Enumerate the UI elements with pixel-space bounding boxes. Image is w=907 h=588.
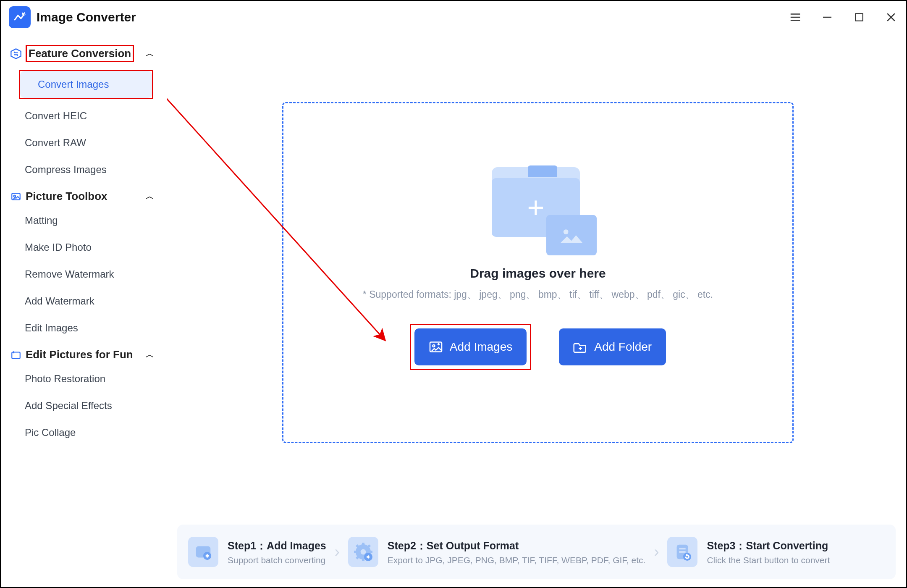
window-controls xyxy=(788,10,898,24)
sidebar-header-label: Feature Conversion xyxy=(29,47,131,60)
main-panel: + Drag images over here * Supported form… xyxy=(167,33,906,587)
folder-plus-icon xyxy=(573,341,587,353)
svg-point-14 xyxy=(433,344,435,346)
chevron-right-icon: › xyxy=(335,543,340,561)
gear-icon xyxy=(348,537,378,567)
app-window: Image Converter xyxy=(0,0,907,588)
sidebar: Feature Conversion ︿ Convert Images Conv… xyxy=(1,33,167,587)
sidebar-item-edit-images[interactable]: Edit Images xyxy=(7,315,163,341)
annotation-box-add-images: Add Images xyxy=(410,324,531,370)
step-2: Step2：Set Output Format Export to JPG, J… xyxy=(348,537,646,567)
sidebar-item-add-watermark[interactable]: Add Watermark xyxy=(7,288,163,315)
sidebar-item-compress-images[interactable]: Compress Images xyxy=(7,156,163,183)
svg-point-10 xyxy=(14,195,16,197)
sidebar-header-picture-toolbox[interactable]: Picture Toolbox ︿ xyxy=(7,186,163,207)
dropzone-title: Drag images over here xyxy=(470,266,606,281)
sidebar-item-photo-restoration[interactable]: Photo Restoration xyxy=(7,365,163,392)
svg-rect-29 xyxy=(679,548,686,549)
minimize-icon[interactable] xyxy=(820,10,834,24)
sidebar-item-label: Convert RAW xyxy=(25,137,86,149)
sidebar-item-label: Edit Images xyxy=(25,322,78,334)
svg-rect-30 xyxy=(679,551,686,553)
step-1: Step1：Add Images Support batch convertin… xyxy=(188,537,326,567)
dropzone-actions: Add Images Add Folder xyxy=(410,324,666,370)
image-plus-icon xyxy=(188,537,218,567)
step-sub: Export to JPG, JPEG, PNG, BMP, TIF, TIFF… xyxy=(388,555,646,565)
maximize-icon[interactable] xyxy=(852,10,866,24)
button-label: Add Folder xyxy=(594,340,652,354)
chevron-up-icon: ︿ xyxy=(146,349,154,360)
dropzone[interactable]: + Drag images over here * Supported form… xyxy=(282,102,794,443)
sidebar-item-label: Photo Restoration xyxy=(25,373,105,385)
sidebar-item-remove-watermark[interactable]: Remove Watermark xyxy=(7,261,163,288)
sidebar-item-convert-raw[interactable]: Convert RAW xyxy=(7,129,163,156)
sidebar-item-convert-images[interactable]: Convert Images xyxy=(20,71,152,98)
step-sub: Support batch converting xyxy=(228,555,326,565)
svg-line-26 xyxy=(357,557,358,559)
add-images-button[interactable]: Add Images xyxy=(414,328,527,365)
step-head: Step2：Set Output Format xyxy=(388,539,646,553)
sidebar-item-label: Convert HEIC xyxy=(25,110,87,122)
steps-footer: Step1：Add Images Support batch convertin… xyxy=(177,525,896,579)
document-refresh-icon xyxy=(667,537,697,567)
swap-icon xyxy=(10,47,22,60)
image-plus-icon xyxy=(429,341,443,353)
svg-marker-8 xyxy=(11,49,21,58)
app-logo-icon xyxy=(9,6,31,28)
dropzone-illustration-icon: + xyxy=(475,163,601,255)
svg-point-31 xyxy=(683,553,691,561)
svg-point-18 xyxy=(360,549,366,555)
svg-line-23 xyxy=(357,545,358,547)
annotation-box-convert-images: Convert Images xyxy=(19,70,153,99)
sidebar-item-label: Compress Images xyxy=(25,164,107,176)
dropzone-subtitle: * Supported formats: jpg、 jpeg、 png、 bmp… xyxy=(363,288,713,301)
svg-line-25 xyxy=(368,545,370,547)
sidebar-header-edit-pictures-for-fun[interactable]: Edit Pictures for Fun ︿ xyxy=(7,344,163,365)
sidebar-group-edit-pictures-for-fun: Edit Pictures for Fun ︿ Photo Restoratio… xyxy=(7,344,163,446)
step-sub: Click the Start button to convert xyxy=(707,555,830,565)
sidebar-group-feature-conversion: Feature Conversion ︿ Convert Images Conv… xyxy=(7,41,163,183)
sidebar-item-convert-heic[interactable]: Convert HEIC xyxy=(7,102,163,129)
close-icon[interactable] xyxy=(884,10,898,24)
hamburger-menu-icon[interactable] xyxy=(788,10,802,24)
step-head: Step1：Add Images xyxy=(228,539,326,553)
image-icon xyxy=(10,190,22,203)
sparkle-image-icon xyxy=(10,349,22,361)
step-head: Step3：Start Converting xyxy=(707,539,830,553)
annotation-box-feature-conversion: Feature Conversion xyxy=(26,45,134,62)
chevron-up-icon: ︿ xyxy=(146,191,154,202)
sidebar-item-label: Add Watermark xyxy=(25,295,94,307)
sidebar-item-label: Pic Collage xyxy=(25,427,76,438)
sidebar-header-feature-conversion[interactable]: Feature Conversion ︿ xyxy=(7,41,163,66)
sidebar-item-matting[interactable]: Matting xyxy=(7,207,163,234)
add-folder-button[interactable]: Add Folder xyxy=(559,328,666,365)
app-title: Image Converter xyxy=(37,10,136,24)
step-3: Step3：Start Converting Click the Start b… xyxy=(667,537,830,567)
sidebar-item-label: Convert Images xyxy=(38,79,109,90)
app-body: Feature Conversion ︿ Convert Images Conv… xyxy=(1,33,906,587)
svg-rect-11 xyxy=(12,352,20,358)
sidebar-group-picture-toolbox: Picture Toolbox ︿ Matting Make ID Photo … xyxy=(7,186,163,341)
titlebar: Image Converter xyxy=(1,1,906,33)
sidebar-item-label: Remove Watermark xyxy=(25,268,114,280)
svg-rect-5 xyxy=(855,13,862,21)
chevron-right-icon: › xyxy=(654,543,659,561)
sidebar-item-label: Add Special Effects xyxy=(25,400,112,412)
sidebar-header-label: Picture Toolbox xyxy=(26,190,107,203)
sidebar-header-label: Edit Pictures for Fun xyxy=(26,348,133,361)
sidebar-item-label: Make ID Photo xyxy=(25,242,92,253)
svg-point-12 xyxy=(564,229,569,234)
sidebar-item-make-id-photo[interactable]: Make ID Photo xyxy=(7,234,163,261)
sidebar-item-label: Matting xyxy=(25,215,58,226)
chevron-up-icon: ︿ xyxy=(146,48,154,59)
button-label: Add Images xyxy=(450,340,512,354)
sidebar-item-pic-collage[interactable]: Pic Collage xyxy=(7,419,163,446)
sidebar-item-add-special-effects[interactable]: Add Special Effects xyxy=(7,392,163,419)
